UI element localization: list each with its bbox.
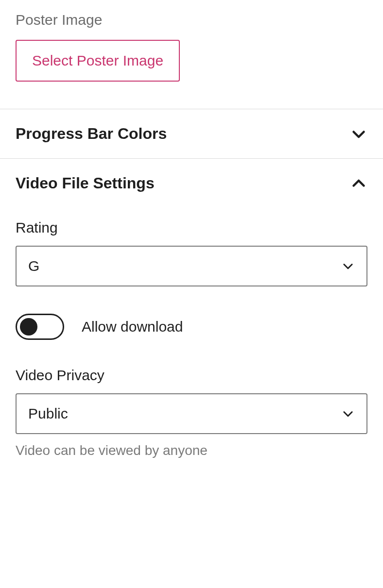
- allow-download-row: Allow download: [16, 314, 367, 340]
- video-privacy-label: Video Privacy: [16, 367, 367, 384]
- poster-image-section: Poster Image Select Poster Image: [0, 0, 383, 109]
- video-file-settings-body: Rating G Allow download Video Privacy Pu…: [0, 208, 383, 474]
- allow-download-label: Allow download: [82, 319, 183, 335]
- accordion-title-progress-bar-colors: Progress Bar Colors: [16, 125, 167, 143]
- video-privacy-select[interactable]: Public: [16, 393, 367, 434]
- chevron-down-icon: [341, 407, 355, 420]
- accordion-title-video-file-settings: Video File Settings: [16, 174, 155, 192]
- rating-label: Rating: [16, 219, 367, 236]
- chevron-down-icon: [341, 259, 355, 273]
- rating-select[interactable]: G: [16, 246, 367, 286]
- accordion-video-file-settings[interactable]: Video File Settings: [0, 159, 383, 208]
- chevron-up-icon: [350, 175, 367, 192]
- video-privacy-help-text: Video can be viewed by anyone: [16, 443, 367, 458]
- accordion-progress-bar-colors[interactable]: Progress Bar Colors: [0, 109, 383, 158]
- select-poster-image-button[interactable]: Select Poster Image: [16, 40, 180, 82]
- allow-download-toggle[interactable]: [16, 314, 64, 340]
- toggle-knob: [20, 318, 37, 336]
- chevron-down-icon: [350, 125, 367, 143]
- rating-select-value: G: [28, 258, 341, 274]
- poster-image-heading: Poster Image: [16, 12, 367, 28]
- video-privacy-select-value: Public: [28, 405, 341, 422]
